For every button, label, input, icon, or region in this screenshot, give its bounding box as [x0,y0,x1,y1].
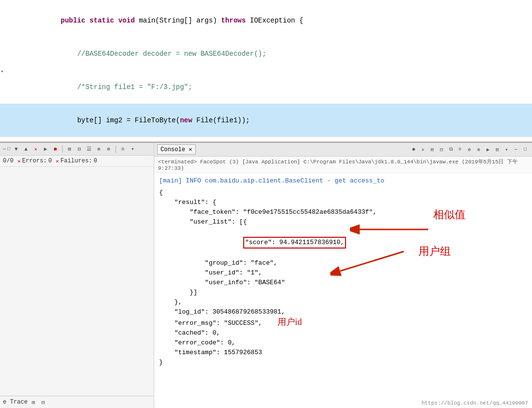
console-icon7[interactable]: ⊞ [493,146,501,154]
trace-icon1[interactable]: ⊞ [29,398,37,406]
console-icon1[interactable]: ⊞ [428,146,436,154]
up-arrow-icon[interactable]: ▲ [22,145,30,153]
left-toolbar: — □ ▼ ▲ ✕ ▶ ■ ⊞ ⊟ ☰ ⊕ ⊗ ≡ ▾ [0,143,154,156]
bottom-link: https://blog.csdn.net/qq_44199007 [421,400,528,406]
panel-controls: — □ [3,146,10,152]
console-panel: Console ✕ ■ ✕ ⊞ ⊟ ⧉ ≡ ⊕ ⊗ ▶ ⊞ ▾ — □ <ter… [154,143,532,408]
comment: /*String file1 = "F:/3.jpg"; [77,83,192,91]
userid-annotation-label: 用户id [278,317,302,327]
json-line: } [159,358,527,367]
errors-stat: ✕ Errors: 0 [18,158,52,164]
code-line: //BASE64Decoder decoder = new BASE64Deco… [0,37,532,70]
keyword: void [118,17,135,24]
json-line: { [159,188,527,198]
code-line-highlighted: byte[] img2 = FileToByte(new File(file1)… [0,104,532,137]
keyword: static [90,17,114,24]
line-content: //BASE64Decoder decoder = new BASE64Deco… [0,38,266,70]
console-icon2[interactable]: ⊟ [438,146,445,154]
code-line: public static void main(String[] args) t… [0,4,532,37]
console-stop-icon[interactable]: ■ [410,146,417,154]
code-text: main(String[] args) [139,17,221,24]
json-line: "error_code": 0, [159,338,527,348]
minimize-button[interactable]: — [3,146,6,152]
console-copy-icon[interactable]: ⧉ [447,146,455,154]
json-line: "timestamp": 1557926853 [159,348,527,358]
trace-icon2[interactable]: ⊟ [39,398,47,406]
scroll-left-arrow[interactable]: ◂ [0,67,3,74]
stats-bar: 0/0 ✕ Errors: 0 ✕ Failures: 0 [0,156,154,167]
icon2[interactable]: ⊟ [75,145,83,153]
down-arrow-icon[interactable]: ▼ [12,145,20,153]
trace-label: e Trace [3,399,27,406]
json-line: }] [159,288,527,297]
code-editor: ◂ public static void main(String[] args)… [0,0,532,142]
json-line: "user_info": "BASE64" [159,278,527,288]
json-score-line: "score": 94.9421157836910, [159,227,527,258]
error-icon[interactable]: ✕ [32,145,40,153]
console-icon4[interactable]: ⊕ [465,146,473,154]
left-panel-bottom: e Trace ⊞ ⊟ [0,396,154,408]
separator2 [116,146,116,153]
icon1[interactable]: ⊞ [66,145,73,153]
separator [62,146,63,153]
code-line: /*String file1 = "F:/3.jpg"; [0,70,532,104]
line-content: public static void main(String[] args) t… [0,4,303,37]
comment: //BASE64Decoder decoder = new BASE64Deco… [77,50,266,58]
keyword-throws: throws [221,17,246,24]
bottom-panel: — □ ▼ ▲ ✕ ▶ ■ ⊞ ⊟ ☰ ⊕ ⊗ ≡ ▾ 0/0 ✕ Errors… [0,142,532,408]
icon6[interactable]: ≡ [119,145,127,153]
json-output-container: { "result": { "face_token": "f0ce9e17551… [159,188,527,367]
json-line: "cached": 0, [159,328,527,338]
errors-count: 0 [48,158,52,164]
code-line: System.out.println(addUser(img2,"BASE64"… [0,137,532,142]
line-content: System.out.println(addUser(img2,"BASE64"… [0,137,307,142]
json-line: "face_token": "f0ce9e175515cc55482ae6835… [159,207,527,217]
json-indent [197,239,243,246]
console-icon3[interactable]: ≡ [456,146,464,154]
failures-count: 0 [93,158,97,164]
icon4[interactable]: ⊕ [95,145,103,153]
console-dropdown-icon[interactable]: ▾ [503,146,510,154]
terminated-info: <terminated> FaceSpot (3) [Java Applicat… [154,157,532,173]
keyword: public [61,17,85,24]
runs-stat: 0/0 [3,158,14,164]
console-tab[interactable]: Console ✕ [157,144,196,155]
left-panel: — □ ▼ ▲ ✕ ▶ ■ ⊞ ⊟ ☰ ⊕ ⊗ ≡ ▾ 0/0 ✕ Errors… [0,143,154,408]
json-line: "user_list": [{ [159,217,527,227]
keyword: new [180,116,192,124]
console-info-line: [main] INFO com.baidu.aip.client.BaseCli… [159,176,527,186]
json-line: "error_msg": "SUCCESS", 用户id [159,317,527,328]
code-text: byte[] img2 = FileToByte( [77,116,180,124]
console-icon5[interactable]: ⊗ [475,146,483,154]
errors-icon: ✕ [18,158,21,164]
console-maximize-icon[interactable]: □ [521,146,529,154]
code-text: IOException { [246,17,303,24]
left-panel-content [0,167,154,396]
console-output: [main] INFO com.baidu.aip.client.BaseCli… [154,173,532,408]
stop-icon[interactable]: ■ [51,145,59,153]
json-line: "group_id": "face", [159,258,527,268]
failures-label: Failures: [60,158,92,164]
console-close-icon[interactable]: ✕ [419,146,427,154]
failures-stat: ✕ Failures: 0 [56,158,97,164]
json-line: }, [159,297,527,307]
dropdown-icon[interactable]: ▾ [129,145,137,153]
runs-label: 0/0 [3,158,14,164]
info-text: [main] INFO com.baidu.aip.client.BaseCli… [159,177,384,184]
icon5[interactable]: ⊗ [105,145,113,153]
line-content: /*String file1 = "F:/3.jpg"; [0,71,192,103]
icon3[interactable]: ☰ [85,145,93,153]
console-minimize-icon[interactable]: — [512,146,520,154]
maximize-button[interactable]: □ [7,146,10,152]
console-header: Console ✕ ■ ✕ ⊞ ⊟ ⧉ ≡ ⊕ ⊗ ▶ ⊞ ▾ — □ [154,143,532,157]
score-highlighted-box: "score": 94.9421157836910, [243,237,347,249]
failures-icon: ✕ [56,158,59,164]
trace-section: e Trace ⊞ ⊟ [3,398,47,406]
console-toolbar: ■ ✕ ⊞ ⊟ ⧉ ≡ ⊕ ⊗ ▶ ⊞ ▾ — □ [410,146,529,154]
console-icon6[interactable]: ▶ [484,146,492,154]
run-icon[interactable]: ▶ [42,145,49,153]
json-line: "result": { [159,198,527,207]
json-line: "log_id": 305486879268533981, [159,307,527,317]
line-content: byte[] img2 = FileToByte(new File(file1)… [0,104,250,136]
errors-label: Errors: [22,158,46,164]
